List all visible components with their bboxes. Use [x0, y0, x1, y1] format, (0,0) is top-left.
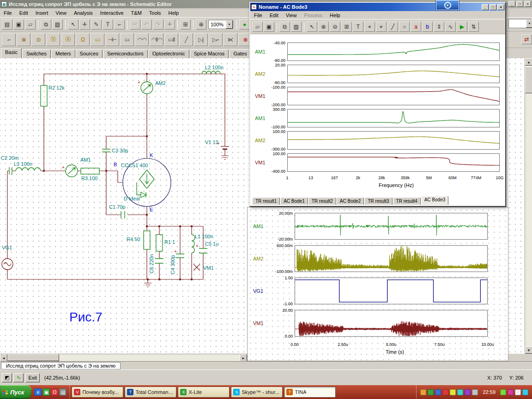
schematic-mode-button[interactable]: ◩ — [2, 373, 12, 382]
cursor-b-tool-button[interactable]: ⌖ — [376, 22, 387, 32]
annotation-tool-button[interactable]: ⇄ — [521, 34, 532, 44]
vertical-scroll-thumb[interactable] — [525, 66, 532, 93]
grid-button[interactable]: ⊞ — [180, 19, 191, 30]
select-tool-button[interactable]: ↖ — [68, 19, 79, 30]
run-indicator[interactable]: ● — [239, 19, 250, 30]
tray-icon-4[interactable] — [442, 389, 448, 395]
menu-view[interactable]: View — [52, 9, 70, 17]
run-button[interactable]: ▶ — [457, 22, 467, 32]
horizontal-scrollbar[interactable]: ◄ ► — [0, 354, 247, 361]
scroll-right-icon[interactable]: ► — [240, 354, 247, 362]
result-tab-ac-bode1[interactable]: AC Bode1 — [280, 197, 308, 205]
resistor-tool[interactable]: ▭ — [120, 33, 134, 46]
start-button[interactable]: Пуск — [0, 385, 31, 399]
menu-file[interactable]: File — [0, 9, 16, 17]
waveform-mode-button[interactable]: ∿ — [13, 373, 24, 382]
save-button[interactable]: ▣ — [13, 19, 24, 30]
wire-tool-button[interactable]: ⌐ — [114, 19, 125, 30]
add-macro-button[interactable]: ✚ — [164, 19, 175, 30]
component-tab-spice-macros[interactable]: Spice Macros — [190, 49, 229, 58]
result-tab-tr-result3[interactable]: TR result3 — [364, 197, 392, 205]
scroll-up-icon[interactable]: ▲ — [525, 58, 532, 66]
tray-icon-3[interactable] — [435, 389, 441, 395]
minimize-button[interactable]: _ — [482, 4, 489, 10]
capacitor-tool[interactable]: ⊣⊢ — [105, 33, 119, 46]
minimize-button[interactable]: _ — [508, 1, 515, 7]
current-source-tool[interactable]: ⊙ — [31, 33, 45, 46]
text-tool-button[interactable]: T — [353, 22, 363, 32]
tray-icon-b-1[interactable] — [500, 389, 506, 395]
component-tab-basic[interactable]: Basic — [1, 48, 22, 58]
toolbar-combo-right[interactable]: ▾ — [508, 19, 532, 28]
tray-icon-1[interactable] — [420, 389, 426, 395]
zoom-in-button[interactable]: ⊕ — [318, 22, 329, 32]
task-browser-button[interactable]: VПочему возбу... — [72, 387, 123, 398]
scroll-down-icon[interactable]: ▼ — [525, 346, 532, 354]
close-button[interactable]: × — [524, 1, 531, 7]
diode-tool[interactable]: ▷| — [194, 33, 208, 46]
zoom-out-button[interactable]: ⊖ — [330, 22, 340, 32]
component-tab-optoelectronic[interactable]: Optoelectronic — [148, 49, 189, 58]
redo-button[interactable]: ↷ — [153, 19, 163, 30]
quick-launch-desktop-icon[interactable]: ▣ — [42, 388, 50, 396]
maximize-button[interactable]: □ — [490, 4, 496, 10]
new-file-button[interactable]: ▤ — [2, 19, 12, 30]
text-tool-button[interactable]: T — [103, 19, 113, 30]
menu-tools[interactable]: Tools — [145, 9, 165, 17]
transistor-tool[interactable]: ⋉ — [224, 33, 237, 46]
autoscale-button[interactable]: ⇕ — [434, 22, 444, 32]
chevron-down-icon[interactable]: ▾ — [226, 20, 233, 29]
scroll-left-icon[interactable]: ◄ — [0, 354, 7, 362]
cursor-a-tool-button[interactable]: ⌖ — [364, 22, 375, 32]
zoom-select[interactable]: 100%▾ — [208, 20, 233, 29]
menu-tm[interactable]: T&M — [127, 9, 145, 17]
relay-tool[interactable]: ▭‖ — [164, 33, 178, 46]
copy-button[interactable]: ⧉ — [41, 19, 51, 30]
ammeter-tool[interactable]: Ⓐ — [61, 33, 75, 46]
undo-button[interactable]: ↶ — [141, 19, 152, 30]
menu-file[interactable]: File — [250, 12, 266, 19]
document-tab[interactable]: Исслед отриц сопрот ЭП цобель с Э на зем… — [1, 362, 121, 369]
tray-icon-b-2[interactable] — [508, 389, 514, 395]
tray-icon-b-4[interactable] — [522, 389, 528, 395]
open-button[interactable]: ▱ — [25, 19, 36, 30]
interpolate-button[interactable]: ∿ — [445, 22, 456, 32]
switch-tool[interactable]: ╱ — [179, 33, 193, 46]
cut-button[interactable]: ✂ — [130, 19, 140, 30]
bode-titlebar[interactable]: ∿ Noname - AC Bode3 _□× — [250, 3, 505, 11]
tray-icon-b-3[interactable] — [515, 389, 521, 395]
grid-button[interactable]: ⊞ — [341, 22, 352, 32]
voltage-source-tool[interactable]: ⊕ — [17, 33, 30, 46]
menu-help[interactable]: Help — [165, 9, 183, 17]
quick-launch-notes-icon[interactable]: ▤ — [59, 388, 66, 396]
wire-tool[interactable]: ⌐ — [2, 33, 16, 46]
menu-interactive[interactable]: Interactive — [97, 9, 127, 17]
transformer-tool[interactable]: ◠‖◠ — [150, 33, 163, 46]
result-tab-ac-bode2[interactable]: AC Bode2 — [337, 197, 364, 205]
tray-icon-7[interactable] — [465, 389, 471, 395]
task-total-commander-button[interactable]: TTotal Command... — [125, 387, 176, 398]
tray-icon-2[interactable] — [428, 389, 434, 395]
task-tina-button[interactable]: TTINA — [284, 387, 336, 398]
result-tab-tr-result2[interactable]: TR result2 — [308, 197, 336, 205]
menu-insert[interactable]: Insert — [32, 9, 52, 17]
save-button[interactable]: ▣ — [264, 22, 274, 32]
menu-view[interactable]: View — [282, 12, 301, 19]
tray-icon-6[interactable] — [457, 389, 463, 395]
component-tab-gates[interactable]: Gates — [229, 49, 251, 58]
floating-panel-button[interactable]: ▼ — [436, 0, 459, 10]
paste-button[interactable]: ▨ — [291, 22, 302, 32]
task-xlite-button[interactable]: XX-Lite — [178, 387, 230, 398]
ellipse-tool-button[interactable]: ○ — [399, 22, 410, 32]
vertical-scrollbar[interactable]: ▲ ▼ — [525, 58, 532, 354]
zener-tool[interactable]: ▷⌐ — [209, 33, 223, 46]
voltmeter-tool[interactable]: Ⓥ — [46, 33, 60, 46]
zoom-button[interactable]: ⊕ — [196, 19, 206, 30]
chevron-down-icon[interactable]: ▾ — [526, 19, 532, 28]
menu-process[interactable]: Process — [300, 12, 326, 19]
move-tool-button[interactable]: ✛ — [79, 19, 90, 30]
result-tab-ac-bode3[interactable]: AC Bode3 — [421, 196, 449, 205]
result-tab-tr-result4[interactable]: TR result4 — [393, 197, 421, 205]
copy-button[interactable]: ⧉ — [279, 22, 290, 32]
ohmmeter-tool[interactable]: Ω — [76, 33, 90, 46]
